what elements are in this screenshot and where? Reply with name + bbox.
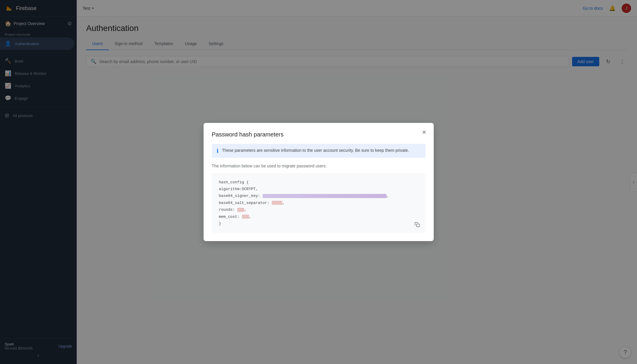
password-hash-modal: ✕ Password hash parameters ℹ These param… [204,123,434,241]
code-rounds-comma: , [244,206,247,213]
code-salt-sep-line: base64_salt_separator: , [219,200,418,206]
code-rounds-line: rounds: , [219,206,418,213]
code-mem-cost-label: mem_cost: [219,213,240,220]
code-rounds-value [237,208,244,212]
code-mem-cost-line: mem_cost: , [219,213,418,220]
code-closing-brace: } [219,220,221,227]
modal-description: The information below can be used to mig… [212,164,425,168]
svg-rect-0 [416,224,419,227]
modal-close-button[interactable]: ✕ [420,128,429,137]
code-salt-sep-label: base64_salt_separator: [219,200,270,206]
code-signer-key-comma: , [387,192,389,199]
info-banner: ℹ These parameters are sensitive informa… [212,144,425,158]
code-block: hash_config { algorithm: SCRYPT, base64_… [212,173,425,233]
code-rounds-label: rounds: [219,206,235,213]
code-close-brace: } [219,220,418,227]
code-hash-config: hash_config { [219,179,249,186]
modal-title: Password hash parameters [212,131,425,138]
info-icon: ℹ [217,148,219,154]
code-algorithm-key: algorithm: [219,186,242,192]
info-banner-text: These parameters are sensitive informati… [222,147,409,154]
code-signer-key-value [263,194,387,198]
code-signer-key-line: base64_signer_key: , [219,192,418,199]
code-algorithm-val: SCRYPT, [242,186,258,192]
code-salt-sep-comma: , [282,200,285,206]
code-open-brace: hash_config { [219,179,418,186]
code-mem-cost-value [242,215,249,219]
copy-button[interactable] [412,220,422,229]
code-algorithm-line: algorithm: SCRYPT, [219,186,418,192]
modal-overlay[interactable]: ✕ Password hash parameters ℹ These param… [0,0,637,364]
code-mem-cost-comma: , [249,213,251,220]
code-salt-sep-value [272,201,282,205]
code-signer-key-label: base64_signer_key: [219,192,260,199]
